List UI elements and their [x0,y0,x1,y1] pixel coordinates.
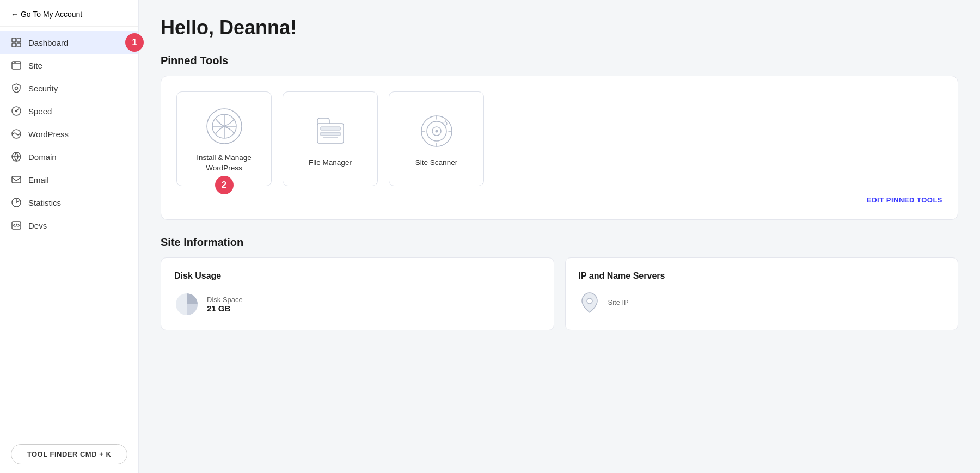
site-ip-label: Site IP [608,298,629,306]
site-info-grid: Disk Usage Disk Space 21 GB IP and [161,257,958,330]
disk-space-info: Disk Space 21 GB [207,296,243,313]
disk-usage-card: Disk Usage Disk Space 21 GB [161,257,554,330]
pinned-tool-fm-label: File Manager [309,158,352,168]
dashboard-badge: 1 [125,33,144,52]
svg-rect-14 [12,176,21,183]
disk-space-label: Disk Space [207,296,243,304]
main-content: Hello, Deanna! Pinned Tools Install & Ma… [139,0,980,473]
sidebar-item-security[interactable]: Security [0,77,138,100]
site-icon [11,60,22,71]
svg-point-27 [435,130,438,133]
sidebar-item-email-label: Email [28,175,49,185]
wordpress-tool-icon [205,107,243,145]
sidebar-nav: Dashboard 1 Site Sec [0,27,138,435]
email-icon [11,174,22,185]
sidebar-item-speed-label: Speed [28,107,52,116]
svg-point-8 [15,87,18,90]
sidebar-item-site[interactable]: Site [0,54,138,77]
site-ip-info: Site IP [608,298,629,306]
svg-point-32 [444,122,447,125]
go-to-account-link[interactable]: ← Go To My Account [0,0,138,27]
pinned-tool-ss-label: Site Scanner [415,158,457,168]
svg-point-35 [587,298,592,304]
pinned-tool-site-scanner[interactable]: Site Scanner [389,91,484,186]
devs-icon [11,220,22,231]
ip-name-servers-title: IP and Name Servers [579,271,945,281]
wordpress-icon [11,128,22,139]
pinned-tools-grid: Install & Manage WordPress 2 File Manage… [176,91,942,186]
site-ip-icon [579,292,601,314]
svg-rect-21 [321,127,340,130]
disk-usage-row: Disk Space 21 GB [174,292,541,317]
statistics-icon [11,197,22,208]
edit-pinned-tools-link[interactable]: EDIT PINNED TOOLS [176,196,942,204]
sidebar-item-security-label: Security [28,84,58,93]
page-greeting: Hello, Deanna! [161,16,958,39]
site-info-title: Site Information [161,236,958,249]
file-manager-tool-icon [311,112,350,150]
sidebar-item-statistics[interactable]: Statistics [0,191,138,214]
sidebar-item-site-label: Site [28,61,42,70]
sidebar-item-domain[interactable]: Domain [0,145,138,168]
sidebar-item-dashboard[interactable]: Dashboard 1 [0,31,138,54]
sidebar-item-domain-label: Domain [28,152,57,162]
pinned-tool-wordpress[interactable]: Install & Manage WordPress 2 [176,91,272,186]
pinned-tool-badge-2: 2 [215,176,234,194]
pinned-tool-wp-label: Install & Manage WordPress [188,153,260,174]
security-icon [11,83,22,94]
svg-line-17 [16,224,17,227]
ip-name-servers-card: IP and Name Servers Site IP [565,257,959,330]
pinned-tools-title: Pinned Tools [161,54,958,67]
sidebar-item-devs-label: Devs [28,221,47,230]
ip-row: Site IP [579,292,945,314]
sidebar-item-speed[interactable]: Speed [0,100,138,122]
svg-point-10 [16,110,17,112]
disk-usage-title: Disk Usage [174,271,541,281]
sidebar-item-wordpress-label: WordPress [28,130,69,139]
svg-rect-3 [17,43,21,47]
site-scanner-tool-icon [418,112,456,150]
svg-rect-1 [17,38,21,42]
sidebar-item-dashboard-label: Dashboard [28,38,68,47]
svg-rect-22 [321,132,340,136]
svg-rect-2 [12,43,16,47]
speed-icon [11,106,22,116]
svg-rect-0 [12,38,16,42]
dashboard-icon [11,37,22,48]
domain-icon [11,151,22,162]
sidebar-item-email[interactable]: Email [0,168,138,191]
pinned-tools-card: Install & Manage WordPress 2 File Manage… [161,76,958,220]
tool-finder-button[interactable]: TOOL FINDER CMD + K [11,444,127,464]
sidebar-item-devs[interactable]: Devs [0,214,138,237]
disk-space-value: 21 GB [207,304,243,313]
disk-pie-chart [174,292,199,317]
sidebar-item-wordpress[interactable]: WordPress [0,122,138,145]
sidebar: ← Go To My Account Dashboard 1 [0,0,139,473]
sidebar-item-statistics-label: Statistics [28,198,61,207]
pinned-tool-file-manager[interactable]: File Manager [283,91,378,186]
